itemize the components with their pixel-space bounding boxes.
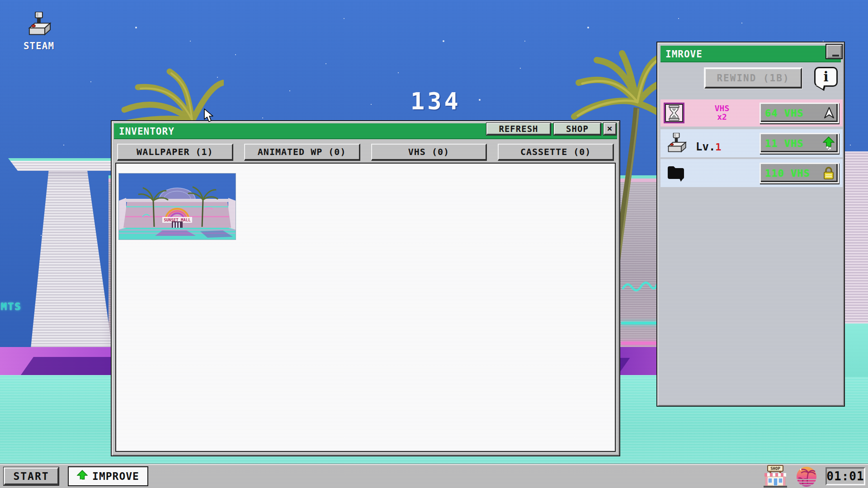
steam-shortcut[interactable]: STEAM	[17, 12, 61, 52]
folder-icon	[666, 164, 686, 182]
info-icon: i	[823, 69, 828, 84]
minimize-icon	[832, 55, 839, 56]
shop-tray-icon[interactable]: SHOP	[762, 465, 788, 488]
teal-ground-right	[841, 324, 868, 377]
steam-label: STEAM	[17, 41, 61, 52]
taskbar-clock: 01:01	[826, 467, 865, 485]
info-button[interactable]: i	[814, 67, 838, 87]
building-right-edge	[841, 151, 868, 325]
upgrade-row-vhs-x2: VHS x2 64 VHS	[660, 99, 843, 127]
rewind-button[interactable]: REWIND (1B)	[704, 68, 802, 89]
level-label: Lv.1	[696, 141, 722, 153]
hourglass-icon	[668, 105, 680, 121]
buy-button-locked[interactable]: 110 VHS	[760, 163, 839, 183]
taskbar-improve-button[interactable]: IMPROVE	[68, 466, 148, 486]
green-up-arrow-icon	[823, 136, 835, 150]
start-button[interactable]: START	[4, 467, 59, 485]
upgrade-row-level: Lv.1 11 VHS	[660, 129, 843, 157]
taskbar-improve-label: IMPROVE	[92, 470, 139, 482]
lock-icon	[823, 166, 835, 180]
close-button[interactable]: ×	[604, 123, 616, 135]
inventory-tabs: WALLPAPER (1) ANIMATED WP (0) VHS (0) CA…	[117, 144, 614, 161]
buy-button-level[interactable]: 11 VHS	[760, 133, 839, 154]
shop-sign-text: SHOP	[770, 466, 780, 471]
joystick-icon	[26, 12, 52, 37]
white-arrow-icon	[824, 107, 835, 119]
level-number: 1	[715, 141, 721, 153]
improve-title: IMROVE	[660, 49, 703, 60]
tab-wallpaper[interactable]: WALLPAPER (1)	[117, 144, 233, 161]
joystick-icon	[665, 133, 688, 154]
minimize-button[interactable]	[826, 44, 843, 59]
wallpaper-thumbnail[interactable]: SUNSET MALL	[119, 174, 236, 239]
improve-window: IMROVE REWIND (1B) i VHS x	[656, 42, 845, 407]
refresh-button[interactable]: REFRESH	[486, 123, 551, 135]
buy-button-vhs-x2[interactable]: 64 VHS	[760, 103, 839, 123]
close-icon: ×	[607, 123, 613, 134]
upgrade-row-locked: 110 VHS	[660, 159, 843, 187]
tab-cassette[interactable]: CASSETTE (0)	[498, 144, 614, 161]
stars	[0, 0, 1, 1]
vaporwave-sunset-icon[interactable]	[796, 466, 817, 488]
vhs-counter: 134	[410, 88, 461, 115]
upgrade-label: VHS x2	[684, 104, 760, 122]
taskbar: START IMPROVE SHOP	[0, 464, 868, 488]
green-up-arrow-icon	[77, 470, 88, 483]
hourglass-box	[664, 103, 684, 123]
shop-button[interactable]: SHOP	[554, 123, 601, 135]
inventory-title: INVENTORY	[114, 126, 175, 137]
inventory-window: INVENTORY REFRESH SHOP × WALLPAPER (1) A…	[111, 120, 620, 456]
improve-titlebar[interactable]: IMROVE	[660, 46, 841, 62]
mouse-cursor	[203, 108, 215, 123]
tab-vhs[interactable]: VHS (0)	[371, 144, 487, 161]
desktop: MTS	[0, 0, 868, 488]
inventory-content: SUNSET MALL	[115, 163, 616, 452]
neon-sign-text: MTS	[1, 301, 22, 312]
tab-animated-wp[interactable]: ANIMATED WP (0)	[244, 144, 360, 161]
